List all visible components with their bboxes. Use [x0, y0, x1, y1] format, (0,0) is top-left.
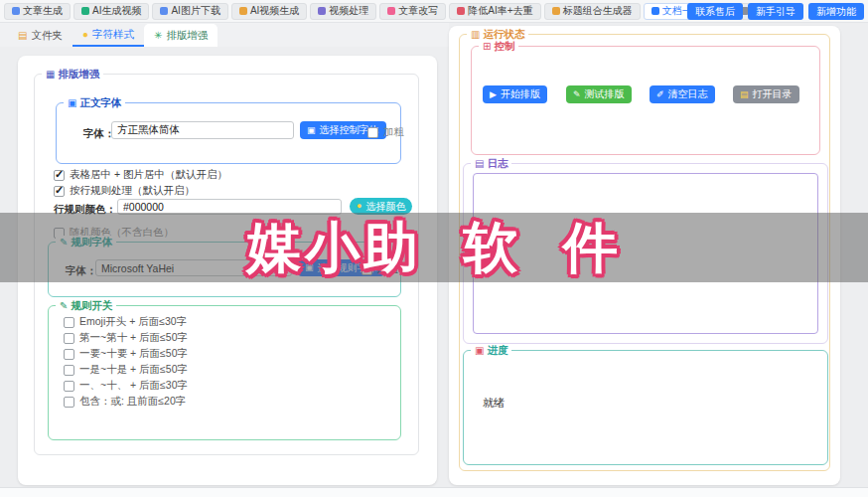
checkbox-icon — [64, 381, 74, 392]
rule-first-tenth-checkbox[interactable]: 第一~第十 + 后面≤50字 — [64, 331, 188, 345]
log-output-area[interactable] — [473, 173, 818, 334]
beginner-guide-button[interactable]: 新手引导 — [748, 3, 803, 20]
checkbox-checked-icon — [54, 170, 65, 181]
top-right-buttons: 联系售后 新手引导 新增功能 — [687, 3, 864, 20]
rule-colon-checkbox[interactable]: 包含：或: 且前面≤20字 — [64, 395, 186, 409]
control-legend: ⊞控制 — [479, 40, 518, 54]
button-label: 清空日志 — [668, 87, 708, 101]
checkbox-label: 一要~十要 + 后面≤50字 — [79, 347, 188, 361]
rule-yiyao-checkbox[interactable]: 一要~十要 + 后面≤50字 — [64, 347, 188, 361]
open-directory-button[interactable]: ▤打开目录 — [733, 85, 799, 103]
tab-reduce-ai-dedup[interactable]: 降低AI率+去重 — [449, 3, 540, 20]
sub-tab-folder[interactable]: ▤文件夹 — [8, 25, 72, 47]
dedup-icon — [457, 7, 465, 15]
checkbox-icon — [64, 317, 74, 328]
sub-tab-format-enhance[interactable]: ✳排版增强 — [144, 24, 217, 47]
sub-tab-char-style[interactable]: ●字符样式 — [72, 25, 144, 47]
checkbox-icon — [64, 365, 74, 376]
checkbox-icon — [367, 127, 378, 138]
button-label: 开始排版 — [501, 87, 540, 101]
legend-text: 排版增强 — [58, 68, 99, 82]
tab-ai-generate-video[interactable]: AI生成视频 — [73, 3, 149, 20]
emoji-icon: ● — [82, 30, 88, 40]
line-rule-process-checkbox[interactable]: 按行规则处理（默认开启） — [54, 184, 195, 198]
checkbox-label: Emoji开头 + 后面≤30字 — [79, 315, 187, 329]
rule-yishi-checkbox[interactable]: 一是~十是 + 后面≤50字 — [64, 363, 188, 377]
checkbox-icon — [64, 397, 74, 408]
tab-label: 视频处理 — [329, 4, 368, 18]
palette-icon: ● — [357, 202, 362, 211]
sparkle-icon: ✳ — [154, 31, 162, 41]
brush-icon: ✐ — [656, 90, 664, 99]
checkbox-label: 一、~十、 + 后面≤30字 — [79, 379, 188, 393]
legend-text: 正文字体 — [79, 96, 121, 110]
folder-icon: ▤ — [18, 31, 27, 41]
button-label: 选择颜色 — [365, 200, 405, 214]
tab-label: 降低AI率+去重 — [468, 4, 532, 18]
log-legend: ▤日志 — [471, 157, 511, 171]
sub-tab-label: 文件夹 — [31, 29, 63, 43]
line-color-label: 行规则颜色： — [54, 203, 116, 217]
checkbox-icon — [64, 349, 74, 360]
doc-format-icon — [651, 7, 659, 15]
rule-font-bold-checkbox[interactable]: 加粗 — [362, 262, 398, 276]
center-table-image-checkbox[interactable]: 表格居中 + 图片居中（默认开启） — [54, 168, 227, 182]
contact-support-button[interactable]: 联系售后 — [687, 3, 743, 20]
progress-legend: ▣进度 — [471, 344, 511, 358]
body-font-legend: ▣正文字体 — [64, 96, 125, 110]
rule-switch-legend: ✎规则开关 — [56, 299, 116, 313]
legend-text: 控制 — [494, 40, 514, 54]
body-font-bold-checkbox[interactable]: 加粗 — [367, 125, 404, 139]
checkbox-label: 包含：或: 且前面≤20字 — [79, 395, 186, 409]
checkbox-label: 第一~第十 + 后面≤50字 — [79, 331, 188, 345]
checkbox-label: 按行规则处理（默认开启） — [70, 184, 195, 198]
checkbox-checked-icon — [54, 186, 65, 197]
tab-title-combo-generator[interactable]: 标题组合生成器 — [544, 3, 641, 20]
tab-ai-image-download[interactable]: AI图片下载 — [152, 3, 227, 20]
sub-tab-label: 字符样式 — [92, 28, 134, 42]
clear-log-button[interactable]: ✐清空日志 — [650, 85, 715, 103]
app-window: 文章生成 AI生成视频 AI图片下载 AI视频生成 视频处理 文章改写 降低AI… — [0, 0, 868, 497]
pick-color-button[interactable]: ●选择颜色 — [350, 198, 412, 215]
tab-video-process[interactable]: 视频处理 — [310, 3, 376, 20]
line-color-input[interactable] — [117, 199, 342, 215]
tab-ai-video-generate[interactable]: AI视频生成 — [231, 3, 307, 20]
clipboard-icon: ▦ — [46, 70, 55, 80]
bottom-status-bar — [0, 487, 868, 497]
tab-label: 文章改写 — [398, 4, 438, 18]
button-label: 测试排版 — [585, 87, 625, 101]
monitor-icon: ▣ — [305, 263, 314, 272]
legend-text: 规则字体 — [71, 236, 112, 249]
video-generate-icon — [239, 7, 247, 15]
tab-label: AI生成视频 — [92, 4, 141, 18]
tab-article-generate[interactable]: 文章生成 — [4, 3, 71, 20]
legend-text: 日志 — [487, 157, 507, 171]
ai-video-icon — [81, 7, 89, 15]
monitor-icon: ▣ — [307, 126, 316, 135]
pencil-icon: ✎ — [60, 301, 68, 311]
checkbox-checked-icon — [362, 264, 372, 275]
rule-emoji-checkbox[interactable]: Emoji开头 + 后面≤30字 — [64, 315, 187, 329]
format-enhance-legend: ▦排版增强 — [42, 68, 103, 82]
rule-numbered-checkbox[interactable]: 一、~十、 + 后面≤30字 — [64, 379, 188, 393]
checkbox-label: 一是~十是 + 后面≤50字 — [79, 363, 188, 377]
rule-font-input[interactable] — [95, 259, 292, 276]
tab-label: AI视频生成 — [250, 4, 299, 18]
tab-label: 文章生成 — [23, 4, 63, 18]
sub-tab-label: 排版增强 — [166, 29, 208, 43]
tab-label: AI图片下载 — [171, 4, 219, 18]
new-features-button[interactable]: 新增功能 — [808, 3, 864, 20]
checkbox-icon — [64, 333, 74, 344]
checkbox-label: 表格居中 + 图片居中（默认开启） — [70, 168, 227, 182]
body-font-input[interactable] — [111, 121, 294, 139]
checkbox-label: 加粗 — [383, 125, 404, 139]
tab-article-rewrite[interactable]: 文章改写 — [379, 3, 446, 20]
body-font-label: 字体： — [83, 127, 115, 141]
combo-icon — [552, 7, 560, 15]
start-format-button[interactable]: ▶开始排版 — [483, 85, 547, 103]
pencil-icon: ✎ — [573, 90, 581, 99]
test-format-button[interactable]: ✎测试排版 — [566, 85, 632, 103]
legend-text: 规则开关 — [71, 299, 112, 313]
progress-group — [463, 350, 828, 465]
video-process-icon — [318, 7, 326, 15]
